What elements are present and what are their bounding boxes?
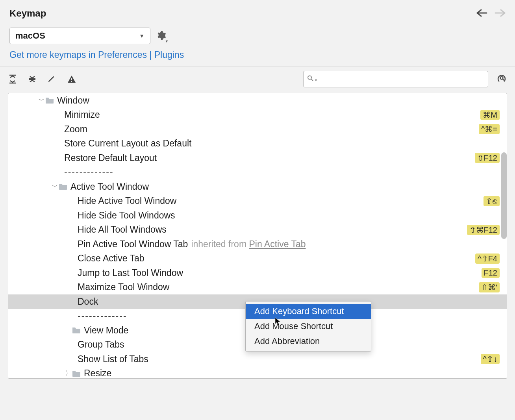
search-container: ▼ <box>303 71 488 87</box>
search-icon: ▼ <box>307 75 318 83</box>
tree-action[interactable]: Zoom^⌘= <box>8 122 507 137</box>
keymap-tree[interactable]: ﹀WindowMinimize⌘MZoom^⌘=Store Current La… <box>8 93 507 379</box>
scrollbar-thumb[interactable] <box>501 152 507 239</box>
tree-action[interactable]: Close Active Tab^⇧F4 <box>8 252 507 266</box>
folder-icon <box>59 183 67 190</box>
tree-separator[interactable]: ------------- <box>8 165 507 180</box>
separator-label: ------------- <box>64 167 500 178</box>
inherited-link[interactable]: Pin Active Tab <box>249 239 306 249</box>
shortcut-badge: ^⇧F4 <box>475 253 500 264</box>
shortcut-badge: ^⇧↓ <box>481 354 500 364</box>
keymap-dropdown[interactable]: macOS ▼ <box>9 28 150 44</box>
tree-action[interactable]: Hide Side Tool Windows <box>8 208 507 223</box>
shortcut-badge: ⇧⌘' <box>479 282 500 292</box>
folder-icon <box>45 97 54 104</box>
chevron-down-icon: ﹀ <box>51 183 59 191</box>
tree-action[interactable]: Show List of Tabs^⇧↓ <box>8 352 507 366</box>
tree-action[interactable]: Maximize Tool Window⇧⌘' <box>8 280 507 295</box>
svg-rect-0 <box>71 78 72 80</box>
tool-icons <box>8 74 76 84</box>
gear-icon[interactable]: ▼ <box>157 31 166 43</box>
tree-item-label: Hide Active Tool Window <box>78 196 484 206</box>
toolbar: ▼ <box>0 67 515 91</box>
page-title: Keymap <box>9 8 46 19</box>
collapse-all-icon[interactable] <box>28 74 37 84</box>
tree-item-label: Close Active Tab <box>78 253 475 264</box>
inherited-text: inherited from Pin Active Tab <box>191 239 306 249</box>
conflict-warning-icon[interactable] <box>67 74 76 84</box>
tree-action[interactable]: Restore Default Layout⇧F12 <box>8 151 507 165</box>
svg-line-3 <box>311 79 313 81</box>
shortcut-badge: F12 <box>482 268 500 278</box>
chevron-down-icon: ﹀ <box>37 97 45 104</box>
tree-item-label: Store Current Layout as Default <box>64 138 500 149</box>
tree-item-label: Maximize Tool Window <box>78 282 479 292</box>
tree-folder[interactable]: 〉Resize <box>8 366 507 379</box>
tree-item-label: Window <box>57 95 500 106</box>
mouse-cursor-icon <box>275 317 281 328</box>
tree-action[interactable]: Pin Active Tool Window Tabinherited from… <box>8 237 507 252</box>
nav-arrows <box>476 7 506 20</box>
chevron-right-icon: 〉 <box>64 370 72 377</box>
forward-arrow-icon[interactable] <box>495 7 506 20</box>
expand-all-icon[interactable] <box>8 74 17 84</box>
svg-rect-1 <box>71 81 72 82</box>
tree-item-label: Hide All Tool Windows <box>78 224 467 235</box>
get-more-keymaps-link[interactable]: Get more keymaps in Preferences | Plugin… <box>0 46 515 67</box>
tree-item-label: Hide Side Tool Windows <box>78 210 500 221</box>
tree-item-label: Restore Default Layout <box>64 153 475 163</box>
svg-line-5 <box>502 79 504 80</box>
context-menu: Add Keyboard ShortcutAdd Mouse ShortcutA… <box>245 301 371 352</box>
shortcut-badge: ⇧F12 <box>475 153 500 163</box>
tree-item-label: Jump to Last Tool Window <box>78 268 482 278</box>
tree-item-label: Resize <box>84 368 500 379</box>
edit-icon[interactable] <box>47 74 57 84</box>
shortcut-badge: ⌘M <box>480 110 500 120</box>
tree-item-label: Show List of Tabs <box>78 354 481 364</box>
shortcut-badge: ⇧⎋ <box>484 196 500 206</box>
folder-icon <box>72 327 81 334</box>
tree-item-label: Pin Active Tool Window Tabinherited from… <box>78 239 500 250</box>
find-shortcut-icon[interactable] <box>497 73 507 85</box>
chevron-down-icon: ▼ <box>139 33 144 39</box>
tree-item-label: Zoom <box>64 124 479 135</box>
shortcut-badge: ⇧⌘F12 <box>467 225 500 235</box>
header: Keymap <box>0 0 515 24</box>
tree-item-label: Minimize <box>64 109 480 120</box>
menu-item[interactable]: Add Mouse Shortcut <box>246 319 371 334</box>
search-input[interactable] <box>303 71 488 87</box>
tree-action[interactable]: Hide Active Tool Window⇧⎋ <box>8 194 507 209</box>
menu-item[interactable]: Add Keyboard Shortcut <box>246 304 371 319</box>
tree-folder[interactable]: ﹀Window <box>8 93 507 108</box>
back-arrow-icon[interactable] <box>476 7 487 20</box>
shortcut-badge: ^⌘= <box>479 124 500 134</box>
folder-icon <box>72 370 81 377</box>
keymap-selector-row: macOS ▼ ▼ <box>0 24 515 46</box>
tree-action[interactable]: Hide All Tool Windows⇧⌘F12 <box>8 223 507 237</box>
keymap-dropdown-value: macOS <box>15 31 45 41</box>
tree-folder[interactable]: ﹀Active Tool Window <box>8 179 507 194</box>
svg-point-2 <box>308 76 311 80</box>
menu-item[interactable]: Add Abbreviation <box>246 334 371 349</box>
tree-action[interactable]: Store Current Layout as Default <box>8 137 507 151</box>
tree-action[interactable]: Jump to Last Tool WindowF12 <box>8 266 507 280</box>
tree-item-label: Active Tool Window <box>70 181 500 192</box>
tree-action[interactable]: Minimize⌘M <box>8 108 507 122</box>
